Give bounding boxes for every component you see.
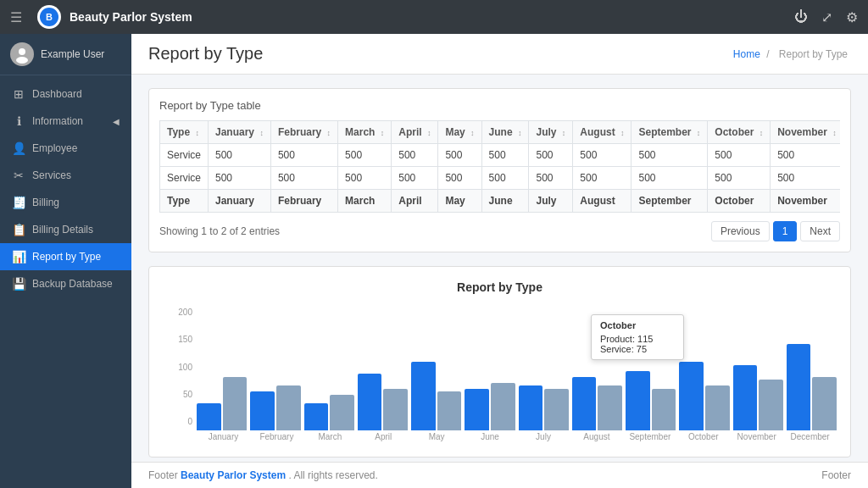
bar-service[interactable] xyxy=(276,385,301,430)
bar-service[interactable] xyxy=(383,389,408,430)
sort-icon-nov[interactable]: ↕ xyxy=(832,129,837,137)
bar-service[interactable] xyxy=(812,377,837,430)
sort-icon-jun[interactable]: ↕ xyxy=(518,129,522,137)
sidebar-item-employee[interactable]: 👤 Employee xyxy=(0,135,131,162)
settings-icon[interactable]: ⚙ xyxy=(846,9,858,25)
sidebar-nav: ⊞ Dashboard ℹ Information ◀ 👤 Employee ✂… xyxy=(0,75,131,488)
bar-service[interactable] xyxy=(705,385,730,430)
bar-product[interactable] xyxy=(679,362,704,430)
sort-icon-type[interactable]: ↕ xyxy=(195,129,199,137)
expand-icon[interactable]: ⤢ xyxy=(821,9,832,25)
footer-cell: May xyxy=(438,190,481,213)
table-cell: 500 xyxy=(481,167,529,190)
next-button[interactable]: Next xyxy=(800,221,840,241)
sort-icon-may[interactable]: ↕ xyxy=(470,129,475,137)
table-footer-row: TypeJanuaryFebruaryMarchAprilMayJuneJuly… xyxy=(160,190,841,213)
sidebar-item-services[interactable]: ✂ Services xyxy=(0,162,131,189)
bar-product[interactable] xyxy=(197,403,221,430)
dashboard-icon: ⊞ xyxy=(12,87,25,101)
sidebar-item-backup-label: Backup Database xyxy=(32,278,113,290)
bar-product[interactable] xyxy=(304,403,329,430)
bar-product[interactable] xyxy=(519,385,543,430)
col-february: February ↕ xyxy=(270,121,337,144)
svg-point-4 xyxy=(16,57,28,64)
x-label: October xyxy=(676,432,730,441)
bar-group xyxy=(787,344,837,430)
sort-icon-oct[interactable]: ↕ xyxy=(760,129,764,137)
footer-right: Footer xyxy=(821,469,851,481)
footer-cell: January xyxy=(209,190,271,213)
x-label: April xyxy=(357,432,410,441)
app-wrapper: ☰ B Beauty Parlor System ⏻ ⤢ ⚙ xyxy=(0,0,868,488)
bar-group xyxy=(519,385,569,430)
sort-icon-sep[interactable]: ↕ xyxy=(697,129,701,137)
bar-product[interactable] xyxy=(626,371,650,430)
bar-group xyxy=(411,362,461,430)
top-bar: ☰ B Beauty Parlor System ⏻ ⤢ ⚙ xyxy=(0,0,868,34)
sidebar-item-dashboard[interactable]: ⊞ Dashboard xyxy=(0,80,131,108)
bar-product[interactable] xyxy=(411,362,436,430)
page-1-button[interactable]: 1 xyxy=(773,221,798,241)
top-bar-right: ⏻ ⤢ ⚙ xyxy=(794,9,858,25)
sort-icon-aug[interactable]: ↕ xyxy=(620,129,625,137)
table-cell: 500 xyxy=(771,144,840,167)
bar-service[interactable] xyxy=(223,377,248,430)
page-title: Report by Type xyxy=(148,44,263,64)
x-label: July xyxy=(517,432,570,441)
y-label-200: 200 xyxy=(178,308,192,317)
table-cell: 500 xyxy=(708,144,771,167)
bar-service[interactable] xyxy=(437,391,462,430)
bar-service[interactable] xyxy=(759,380,783,430)
table-cell: 500 xyxy=(771,167,840,190)
bar-service[interactable] xyxy=(598,385,622,430)
footer-cell: April xyxy=(392,190,438,213)
sidebar-user: Example User xyxy=(0,34,131,75)
power-icon[interactable]: ⏻ xyxy=(794,9,808,25)
sort-icon-mar[interactable]: ↕ xyxy=(381,129,385,137)
col-november: November ↕ xyxy=(771,121,840,144)
bar-product[interactable] xyxy=(572,377,597,430)
bar-service[interactable] xyxy=(652,389,676,430)
sidebar-item-report-by-type[interactable]: 📊 Report by Type xyxy=(0,243,131,270)
bar-product[interactable] xyxy=(787,344,811,430)
bar-service[interactable] xyxy=(330,395,354,430)
bar-group xyxy=(358,374,408,430)
footer-cell: November xyxy=(771,190,840,213)
chart-section: Report by Type 200 150 100 50 0 xyxy=(148,266,851,458)
backup-icon: 💾 xyxy=(12,277,25,291)
sort-icon-jan[interactable]: ↕ xyxy=(259,129,264,137)
hamburger-icon[interactable]: ☰ xyxy=(10,9,22,25)
bar-service[interactable] xyxy=(544,389,569,430)
breadcrumb-home[interactable]: Home xyxy=(733,48,760,60)
y-label-100: 100 xyxy=(178,363,192,372)
bar-product[interactable] xyxy=(358,374,382,430)
footer-brand-link[interactable]: Beauty Parlor System xyxy=(181,469,286,481)
prev-button[interactable]: Previous xyxy=(711,221,770,241)
table-cell: 500 xyxy=(270,144,337,167)
sidebar-item-billing[interactable]: 🧾 Billing xyxy=(0,189,131,216)
bar-group xyxy=(250,385,300,430)
employee-icon: 👤 xyxy=(12,141,25,155)
table-section-title: Report by Type table xyxy=(159,99,840,112)
sort-icon-feb[interactable]: ↕ xyxy=(327,129,331,137)
x-label: September xyxy=(623,432,676,441)
sort-icon-apr[interactable]: ↕ xyxy=(427,129,431,137)
table-cell: 500 xyxy=(338,167,392,190)
footer-cell: August xyxy=(573,190,632,213)
sidebar-item-backup-database[interactable]: 💾 Backup Database xyxy=(0,270,131,297)
sidebar-item-dashboard-label: Dashboard xyxy=(32,88,82,100)
sidebar-item-services-label: Services xyxy=(32,169,71,181)
bar-product[interactable] xyxy=(250,391,275,430)
bar-service[interactable] xyxy=(491,383,515,430)
table-cell: 500 xyxy=(209,167,271,190)
x-label: January xyxy=(197,432,250,441)
bar-product[interactable] xyxy=(733,365,758,430)
bar-group xyxy=(465,383,515,430)
bar-product[interactable] xyxy=(465,389,489,430)
sidebar-item-information[interactable]: ℹ Information ◀ xyxy=(0,108,131,135)
sidebar-item-billing-details[interactable]: 📋 Billing Details xyxy=(0,216,131,243)
sort-icon-jul[interactable]: ↕ xyxy=(562,129,566,137)
footer-prefix: Footer xyxy=(148,469,178,481)
table-row: Service500500500500500500500500500500500… xyxy=(160,144,841,167)
footer: Footer Beauty Parlor System . All rights… xyxy=(131,462,868,488)
